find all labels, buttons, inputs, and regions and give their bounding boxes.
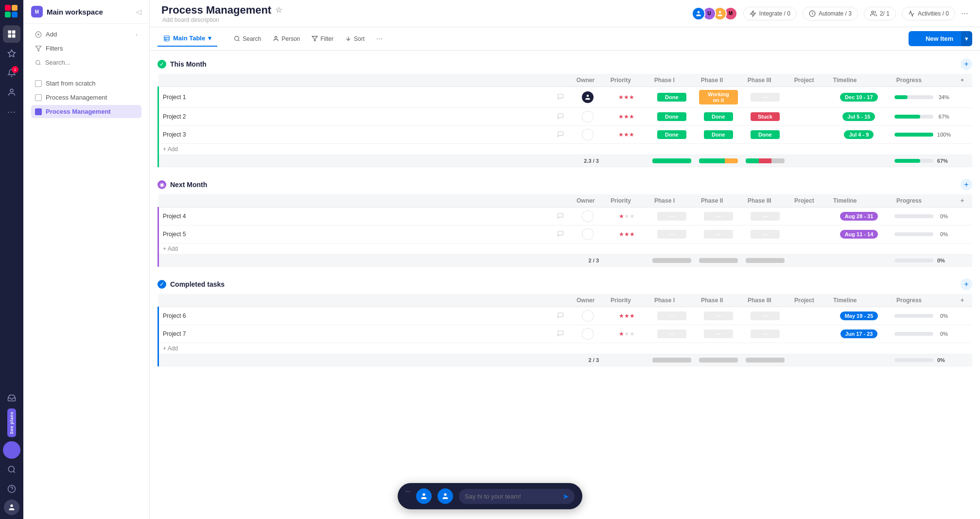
- row-comment[interactable]: [553, 208, 571, 225]
- integrate-button[interactable]: Integrate / 0: [743, 7, 797, 20]
- nav-help-icon[interactable]: [3, 480, 20, 498]
- sort-button[interactable]: Sort: [340, 33, 369, 45]
- add-row[interactable]: + Add: [158, 243, 973, 255]
- row-phase1[interactable]: —: [648, 307, 695, 325]
- nav-profile-icon[interactable]: [3, 84, 20, 101]
- row-phase3[interactable]: Stuck: [742, 108, 788, 126]
- table-row[interactable]: Project 3 ★★★ Done Done Done Jul 4 - 9 1…: [158, 126, 973, 144]
- row-comment[interactable]: [553, 307, 571, 325]
- add-quick-btn[interactable]: [3, 441, 20, 459]
- new-item-caret-button[interactable]: ▾: [961, 31, 972, 46]
- chat-input-wrap[interactable]: ➤: [459, 489, 575, 504]
- table-row[interactable]: Project 1 ★★★ Done Working on it — Dec 1…: [158, 87, 973, 108]
- app-logo[interactable]: [4, 4, 19, 19]
- row-owner[interactable]: [571, 325, 605, 343]
- search-input[interactable]: [45, 59, 138, 66]
- row-owner[interactable]: [571, 225, 605, 243]
- row-phase3[interactable]: —: [742, 307, 788, 325]
- row-comment[interactable]: [553, 225, 571, 243]
- row-phase3[interactable]: —: [742, 87, 788, 108]
- nav-notifications-icon[interactable]: 1: [3, 64, 20, 82]
- row-phase3[interactable]: —: [742, 325, 788, 343]
- sidebar-item-process-management-2[interactable]: Process Management: [31, 105, 141, 118]
- chat-more-icon[interactable]: ···: [405, 488, 410, 495]
- nav-inbox-icon[interactable]: [3, 389, 20, 407]
- add-item-next-month-button[interactable]: +: [961, 179, 972, 190]
- chat-input[interactable]: [465, 493, 559, 500]
- row-project: [788, 87, 827, 108]
- chat-send-button[interactable]: ➤: [562, 492, 569, 501]
- board-description[interactable]: Add board description: [162, 17, 282, 23]
- row-phase2[interactable]: —: [695, 325, 742, 343]
- sidebar-item-start-from-scratch[interactable]: Start from scratch: [31, 77, 141, 90]
- row-phase1[interactable]: Done: [648, 108, 695, 126]
- row-owner[interactable]: [571, 108, 605, 126]
- main-table-tab[interactable]: Main Table ▾: [158, 31, 217, 47]
- see-plans-button[interactable]: See plans: [7, 409, 16, 437]
- person-button[interactable]: Person: [268, 33, 305, 45]
- row-phase2[interactable]: —: [695, 225, 742, 243]
- row-phase1[interactable]: Done: [648, 87, 695, 108]
- add-item-completed-tasks-button[interactable]: +: [961, 278, 972, 290]
- row-phase3[interactable]: Done: [742, 126, 788, 144]
- col-header-add[interactable]: +: [955, 294, 972, 307]
- row-comment[interactable]: [553, 87, 571, 108]
- table-row[interactable]: Project 7 ★★★ — — — Jun 17 - 23 0%: [158, 325, 973, 343]
- nav-more-icon[interactable]: ···: [3, 103, 20, 121]
- row-comment[interactable]: [553, 126, 571, 144]
- workspace-name[interactable]: M Main workspace: [31, 6, 103, 17]
- table-row[interactable]: Project 6 ★★★ — — — May 19 - 25 0%: [158, 307, 973, 325]
- search-sidebar-button[interactable]: [31, 56, 141, 69]
- add-row[interactable]: + Add: [158, 343, 973, 354]
- col-header-phase2: Phase II: [695, 74, 742, 87]
- nav-home-icon[interactable]: [3, 25, 20, 43]
- search-button[interactable]: Search: [229, 33, 266, 45]
- row-phase1[interactable]: —: [648, 325, 695, 343]
- row-phase2[interactable]: Done: [695, 126, 742, 144]
- row-phase2[interactable]: Working on it: [695, 87, 742, 108]
- row-timeline: Jul 4 - 9: [827, 126, 891, 144]
- activities-button[interactable]: Activities / 0: [902, 7, 955, 20]
- row-phase3[interactable]: —: [742, 208, 788, 225]
- row-timeline: Aug 11 - 14: [827, 225, 891, 243]
- row-phase1[interactable]: —: [648, 225, 695, 243]
- add-item-this-month-button[interactable]: +: [961, 58, 972, 70]
- row-phase1[interactable]: —: [648, 208, 695, 225]
- star-icon[interactable]: ☆: [275, 5, 282, 15]
- row-owner[interactable]: [571, 87, 605, 108]
- row-owner[interactable]: [571, 307, 605, 325]
- col-header-add[interactable]: +: [955, 194, 972, 208]
- col-header-add[interactable]: +: [955, 74, 972, 87]
- more-options-button[interactable]: ···: [961, 8, 968, 18]
- row-owner[interactable]: [571, 126, 605, 144]
- nav-favorites-icon[interactable]: [3, 45, 20, 62]
- filter-button[interactable]: Filter: [307, 33, 338, 45]
- row-phase2[interactable]: —: [695, 208, 742, 225]
- topbar: Process Management ☆ Add board descripti…: [150, 0, 980, 27]
- avatar-1[interactable]: [692, 7, 705, 20]
- row-owner[interactable]: [571, 208, 605, 225]
- row-phase2[interactable]: Done: [695, 108, 742, 126]
- table-row[interactable]: Project 5 ★★★ — — — Aug 11 - 14 0%: [158, 225, 973, 243]
- row-phase1[interactable]: Done: [648, 126, 695, 144]
- automate-button[interactable]: Automate / 3: [803, 7, 858, 20]
- row-comment[interactable]: [553, 108, 571, 126]
- collapse-sidebar-button[interactable]: ◁: [136, 8, 141, 16]
- col-header-timeline: Timeline: [827, 194, 891, 208]
- user-avatar[interactable]: [4, 500, 19, 515]
- table-row[interactable]: Project 2 ★★★ Done Done Stuck Jul 5 - 15…: [158, 108, 973, 126]
- toolbar-more-button[interactable]: ···: [371, 32, 387, 46]
- new-item-button[interactable]: New Item: [909, 31, 961, 46]
- table-row[interactable]: Project 4 ★★★ — — — Aug 28 - 31 0%: [158, 208, 973, 225]
- add-button[interactable]: Add ›: [31, 28, 141, 41]
- row-phase2[interactable]: —: [695, 307, 742, 325]
- filters-button[interactable]: Filters: [31, 42, 141, 55]
- row-comment[interactable]: [553, 325, 571, 343]
- nav-search-icon[interactable]: [3, 461, 20, 478]
- sidebar-item-process-management-1[interactable]: Process Management: [31, 91, 141, 104]
- add-row[interactable]: + Add: [158, 144, 973, 155]
- invite-button[interactable]: 2/ 1: [864, 7, 896, 20]
- row-timeline: Dec 10 - 17: [827, 87, 891, 108]
- row-phase3[interactable]: —: [742, 225, 788, 243]
- row-name: Project 1: [158, 87, 553, 108]
